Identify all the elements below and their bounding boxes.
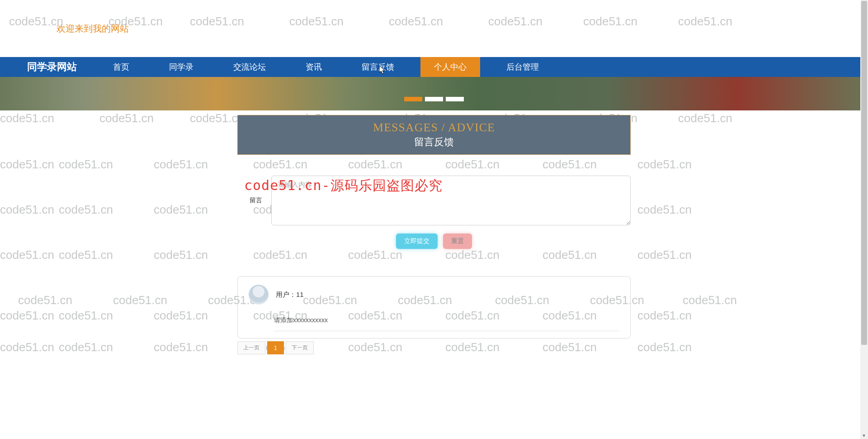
watermark-text: code51.cn <box>154 157 208 172</box>
watermark-text: code51.cn <box>445 157 500 172</box>
watermark-text: code51.cn <box>637 248 692 262</box>
nav-item-0[interactable]: 首页 <box>99 57 143 77</box>
watermark-text: code51.cn <box>0 203 54 217</box>
welcome-bar: 欢迎来到我的网站 <box>0 0 868 57</box>
welcome-text: 欢迎来到我的网站 <box>57 24 129 33</box>
message-label: 留言 <box>237 176 271 205</box>
page-number-1[interactable]: 1 <box>267 341 284 354</box>
watermark-text: code51.cn <box>113 293 167 307</box>
banner-indicators <box>404 97 464 101</box>
watermark-text: code51.cn <box>154 309 208 323</box>
section-title-en: MESSAGES / ADVICE <box>238 121 630 134</box>
banner-dot-2[interactable] <box>425 97 443 101</box>
comment-user: 用户：11 <box>276 291 304 299</box>
comment-content: 请添加xxxxxxxxxxx <box>274 316 619 331</box>
prev-page-button[interactable]: 上一页 <box>237 341 265 354</box>
watermark-text: code51.cn <box>0 248 54 262</box>
watermark-text: code51.cn <box>637 157 692 172</box>
nav-item-2[interactable]: 交流论坛 <box>220 57 279 77</box>
watermark-text: code51.cn <box>154 203 208 217</box>
watermark-text: code51.cn <box>348 248 402 262</box>
watermark-text: code51.cn <box>542 248 597 262</box>
watermark-text: code51.cn <box>683 293 737 307</box>
banner-dot-1[interactable] <box>404 97 422 101</box>
watermark-text: code51.cn <box>154 340 208 354</box>
vertical-scrollbar[interactable]: ▲ ▼ <box>860 0 868 354</box>
watermark-text: code51.cn <box>0 111 54 125</box>
avatar <box>249 285 269 305</box>
watermark-text: code51.cn <box>154 248 208 262</box>
watermark-text: code51.cn <box>0 309 54 323</box>
watermark-text: code51.cn <box>542 157 597 172</box>
watermark-text: code51.cn <box>18 293 72 307</box>
watermark-text: code51.cn <box>253 157 307 172</box>
watermark-text: code51.cn <box>637 203 692 217</box>
watermark-text: code51.cn <box>59 157 113 172</box>
next-page-button[interactable]: 下一页 <box>286 341 314 354</box>
nav-item-1[interactable]: 同学录 <box>156 57 207 77</box>
watermark-text: code51.cn <box>445 248 500 262</box>
nav-item-4[interactable]: 留言反馈 <box>348 57 408 77</box>
watermark-text: code51.cn <box>190 111 244 125</box>
reset-button[interactable]: 重置 <box>443 234 472 249</box>
section-header: MESSAGES / ADVICE 留言反馈 <box>237 115 631 155</box>
comment-card: 用户：11 请添加xxxxxxxxxxx <box>237 276 631 339</box>
message-form: 留言 立即提交 重置 <box>237 176 631 249</box>
watermark-text: code51.cn <box>678 111 732 125</box>
scroll-thumb[interactable] <box>861 1 867 345</box>
watermark-text: code51.cn <box>59 248 113 262</box>
banner-dot-3[interactable] <box>446 97 464 101</box>
submit-button[interactable]: 立即提交 <box>396 234 438 249</box>
nav-bar: 同学录网站 首页同学录交流论坛资讯留言反馈个人中心后台管理 <box>0 57 868 77</box>
watermark-text: code51.cn <box>253 248 307 262</box>
nav-item-3[interactable]: 资讯 <box>292 57 335 77</box>
section-title-cn: 留言反馈 <box>238 135 630 149</box>
watermark-text: code51.cn <box>0 157 54 172</box>
watermark-text: code51.cn <box>59 340 113 354</box>
watermark-text: code51.cn <box>59 203 113 217</box>
watermark-text: code51.cn <box>59 309 113 323</box>
nav-item-6[interactable]: 后台管理 <box>493 57 552 77</box>
watermark-text: code51.cn <box>99 111 154 125</box>
watermark-text: code51.cn <box>637 340 692 354</box>
watermark-text: code51.cn <box>637 309 692 323</box>
watermark-text: code51.cn <box>348 157 402 172</box>
pagination: 上一页 1 下一页 <box>237 341 631 354</box>
message-input[interactable] <box>271 176 631 225</box>
banner-image <box>0 77 868 110</box>
site-title: 同学录网站 <box>27 60 77 74</box>
watermark-text: code51.cn <box>0 340 54 354</box>
nav-item-5[interactable]: 个人中心 <box>420 57 480 77</box>
